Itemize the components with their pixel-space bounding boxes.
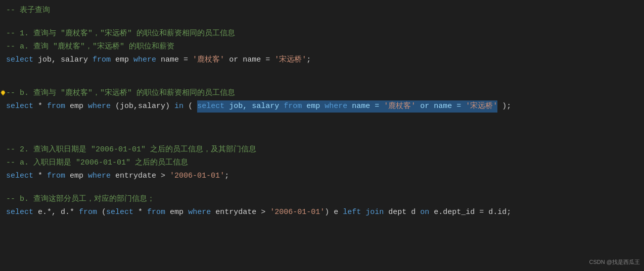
svg-line-5 bbox=[2, 91, 2, 91]
keyword-select: select bbox=[6, 170, 33, 182]
keyword-on: on bbox=[420, 206, 429, 219]
string-value: '鹿杖客' bbox=[193, 54, 224, 66]
code-line-1: -- 表子查询 bbox=[0, 4, 644, 17]
code-line-empty-1 bbox=[0, 17, 644, 27]
keyword-where: where bbox=[133, 54, 156, 66]
keyword-from: from bbox=[47, 170, 65, 182]
keyword-where: where bbox=[88, 100, 111, 113]
keyword-select: select bbox=[6, 54, 33, 66]
svg-rect-2 bbox=[3, 95, 4, 95]
code-line-2: -- 1. 查询与 "鹿杖客"，"宋远桥" 的职位和薪资相同的员工信息 bbox=[0, 27, 644, 40]
keyword-select-inner: select bbox=[106, 206, 133, 219]
comment-text: -- b. 查询这部分员工，对应的部门信息； bbox=[6, 193, 155, 205]
comment-text: -- 1. 查询与 "鹿杖客"，"宋远桥" 的职位和薪资相同的员工信息 bbox=[6, 28, 235, 40]
svg-line-4 bbox=[4, 91, 5, 91]
keyword-where-inner: where bbox=[188, 206, 211, 219]
keyword-from: from bbox=[93, 54, 111, 66]
comment-text: -- 表子查询 bbox=[6, 5, 50, 17]
code-line-empty-3 bbox=[0, 77, 644, 87]
code-line-6: select * from emp where (job,salary) in … bbox=[0, 100, 644, 113]
code-editor: -- 表子查询 -- 1. 查询与 "鹿杖客"，"宋远桥" 的职位和薪资相同的员… bbox=[0, 0, 644, 223]
keyword-left-join: left join bbox=[343, 206, 384, 219]
svg-point-0 bbox=[2, 91, 5, 94]
code-line-empty-5 bbox=[0, 123, 644, 133]
code-line-7: -- 2. 查询入职日期是 "2006-01-01" 之后的员工信息，及其部门信… bbox=[0, 143, 644, 156]
code-line-empty-4 bbox=[0, 113, 644, 123]
selected-subquery: select job, salary from emp where name =… bbox=[197, 100, 497, 113]
code-line-empty-7 bbox=[0, 183, 644, 193]
code-line-empty-6 bbox=[0, 133, 644, 143]
string-value: '2006-01-01' bbox=[270, 206, 325, 219]
keyword-select: select bbox=[6, 100, 33, 113]
keyword-select: select bbox=[6, 206, 33, 219]
comment-text: -- b. 查询与 "鹿杖客"，"宋远桥" 的职位和薪资相同的员工信息 bbox=[6, 87, 235, 99]
code-line-10: -- b. 查询这部分员工，对应的部门信息； bbox=[0, 193, 644, 206]
code-line-3: -- a. 查询 "鹿杖客"，"宋远桥" 的职位和薪资 bbox=[0, 40, 644, 53]
code-line-empty-2 bbox=[0, 67, 644, 77]
string-value: '2006-01-01' bbox=[170, 170, 224, 182]
code-line-11: select e.*, d.* from (select * from emp … bbox=[0, 206, 644, 219]
keyword-from: from bbox=[47, 100, 65, 113]
watermark: CSDN @找是西瓜王 bbox=[589, 258, 640, 267]
code-line-4: select job, salary from emp where name =… bbox=[0, 53, 644, 67]
keyword-in: in bbox=[174, 100, 183, 113]
code-line-9: select * from emp where entrydate > '200… bbox=[0, 170, 644, 183]
keyword-from: from bbox=[79, 206, 97, 219]
svg-rect-1 bbox=[3, 94, 4, 95]
comment-text: -- a. 查询 "鹿杖客"，"宋远桥" 的职位和薪资 bbox=[6, 41, 174, 53]
comment-text: -- a. 入职日期是 "2006-01-01" 之后的员工信息 bbox=[6, 157, 188, 169]
string-value: '宋远桥' bbox=[274, 54, 306, 66]
lightbulb-icon[interactable] bbox=[0, 89, 7, 97]
code-line-5: -- b. 查询与 "鹿杖客"，"宋远桥" 的职位和薪资相同的员工信息 bbox=[0, 87, 644, 100]
comment-text: -- 2. 查询入职日期是 "2006-01-01" 之后的员工信息，及其部门信… bbox=[6, 144, 256, 156]
code-line-8: -- a. 入职日期是 "2006-01-01" 之后的员工信息 bbox=[0, 156, 644, 170]
keyword-where: where bbox=[88, 170, 111, 182]
keyword-from-inner: from bbox=[147, 206, 165, 219]
